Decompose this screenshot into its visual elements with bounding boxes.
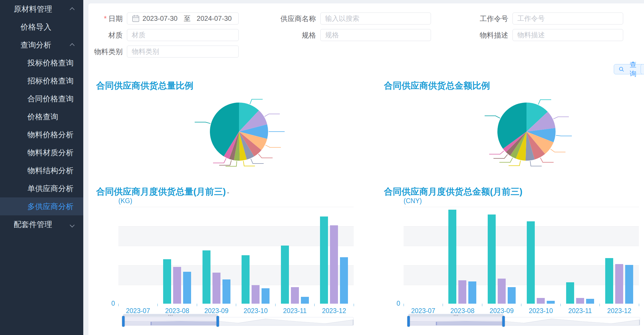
monthly-supply-volume-datazoom-handle-left[interactable]: [122, 316, 125, 327]
bar-s1-2023-11[interactable]: [291, 287, 299, 304]
material-desc-input[interactable]: 物料描述: [513, 29, 623, 41]
x-axis-tick: [354, 304, 354, 306]
bar-group-2023-10: [236, 207, 276, 304]
x-axis-label: 2023-08: [443, 307, 482, 315]
bar-s2-2023-11[interactable]: [301, 297, 309, 304]
supply-amount-ratio-pie-chart[interactable]: [447, 89, 606, 174]
bar-s0-2023-12[interactable]: [605, 258, 613, 304]
bar-s2-2023-12[interactable]: [340, 257, 348, 304]
material-texture-placeholder: 材质: [132, 30, 145, 40]
bar-group-2023-12: [315, 207, 354, 304]
bar-s2-2023-09[interactable]: [508, 287, 516, 304]
bar-s0-2023-08[interactable]: [448, 210, 456, 304]
bar-s2-2023-08[interactable]: [183, 272, 191, 304]
bar-s1-2023-12[interactable]: [330, 225, 338, 304]
sidebar-item-tender-price-query[interactable]: 招标价格查询: [0, 72, 83, 90]
monthly-supply-volume-datazoom-selection[interactable]: [123, 317, 218, 326]
material-texture-input[interactable]: 材质: [127, 29, 239, 41]
x-axis-label: 2023-12: [600, 307, 639, 315]
bar-s1-2023-12[interactable]: [615, 264, 623, 304]
sidebar-item-multi-supplier-analysis[interactable]: 多供应商分析: [0, 197, 83, 215]
bar-s0-2023-12[interactable]: [320, 216, 328, 304]
bar-s2-2023-11[interactable]: [586, 299, 594, 304]
bar-s0-2023-11[interactable]: [566, 282, 574, 304]
bar-group-2023-10: [521, 207, 561, 304]
bar-s0-2023-08[interactable]: [163, 259, 171, 304]
bar-s2-2023-10[interactable]: [547, 301, 555, 304]
bar-s1-2023-08[interactable]: [458, 280, 466, 304]
sidebar-item-single-supplier-analysis[interactable]: 单供应商分析: [0, 179, 83, 197]
monthly-supply-volume-datazoom-track[interactable]: [123, 317, 354, 326]
bar-s2-2023-12[interactable]: [625, 265, 633, 304]
sidebar-item-price-query[interactable]: 价格查询: [0, 108, 83, 126]
bar-group-2023-07: [404, 207, 443, 304]
x-axis-label: 2023-09: [482, 307, 521, 315]
x-axis-tick: [314, 304, 315, 306]
bar-s1-2023-11[interactable]: [576, 298, 584, 304]
x-axis-tick: [482, 304, 482, 306]
monthly-supply-amount-y-origin: 0: [389, 300, 400, 307]
clipped-button[interactable]: [641, 64, 644, 74]
bar-s2-2023-09[interactable]: [222, 279, 230, 304]
monthly-supply-amount-datazoom-selection[interactable]: [409, 317, 503, 326]
supplier-name-input[interactable]: 输入以搜索: [320, 13, 431, 24]
monthly-supply-volume-title: 合同供应商月度供货总量(月前三)-: [96, 186, 229, 198]
material-category-input[interactable]: 物料类别: [127, 46, 239, 58]
pie-label-line-0: [538, 100, 551, 105]
material-category-placeholder: 物料类别: [132, 47, 159, 56]
work-order-no-label: 工作令号: [417, 13, 508, 24]
date-label: *日期: [31, 13, 123, 24]
query-button-label: 查询: [627, 60, 639, 78]
sidebar-item-material-texture-analysis[interactable]: 物料材质分析: [0, 144, 83, 162]
x-axis-label: 2023-07: [404, 307, 443, 315]
monthly-supply-volume-datazoom-handle-right[interactable]: [216, 316, 219, 327]
x-axis-label: 2023-09: [197, 307, 236, 315]
pie-label-line-5: [530, 161, 542, 166]
bar-s0-2023-09[interactable]: [202, 250, 210, 304]
bar-s1-2023-09[interactable]: [498, 279, 506, 304]
sidebar-item-material-structure-analysis[interactable]: 物料结构分析: [0, 162, 83, 179]
monthly-supply-amount-datazoom-handle-right[interactable]: [502, 316, 505, 327]
sidebar-item-accessory-management[interactable]: 配套件管理: [0, 215, 83, 233]
supply-volume-ratio-pie-chart[interactable]: [159, 89, 319, 174]
pie-label-line-3: [266, 145, 281, 147]
x-axis-tick: [443, 304, 443, 306]
sidebar-item-label: 物料价格分析: [27, 130, 74, 140]
sidebar-item-label: 配套件管理: [14, 219, 52, 230]
material-texture-label: 材质: [31, 29, 123, 41]
x-axis-tick: [521, 304, 521, 306]
monthly-supply-amount-datazoom-move-handle[interactable]: [408, 314, 503, 317]
pie-label-line-10: [195, 122, 210, 124]
sidebar-item-label: 单供应商分析: [27, 183, 74, 194]
bar-s0-2023-11[interactable]: [281, 246, 289, 304]
monthly-supply-amount-datazoom-track[interactable]: [408, 317, 640, 326]
query-button[interactable]: 查询: [614, 64, 644, 74]
pie-label-line-9: [213, 158, 226, 163]
bar-s0-2023-10[interactable]: [527, 221, 535, 304]
sidebar-item-contract-price-query[interactable]: 合同价格查询: [0, 90, 83, 108]
pie-label-line-2: [556, 135, 572, 136]
bar-group-2023-11: [275, 207, 315, 304]
bar-s0-2023-09[interactable]: [488, 215, 496, 304]
bar-s1-2023-09[interactable]: [212, 273, 220, 304]
sidebar-item-label: 招标价格查询: [27, 76, 74, 86]
work-order-no-input[interactable]: 工作令号: [513, 13, 623, 24]
monthly-supply-volume-plot[interactable]: [118, 207, 354, 304]
monthly-supply-volume-datazoom-move-handle[interactable]: [123, 314, 218, 317]
date-input[interactable]: 2023-07-30至2024-07-30: [127, 13, 239, 24]
bar-s2-2023-08[interactable]: [468, 281, 476, 304]
bar-s1-2023-10[interactable]: [537, 298, 545, 304]
monthly-supply-amount-datazoom-handle-left[interactable]: [407, 316, 410, 327]
bar-s0-2023-10[interactable]: [242, 255, 250, 304]
bar-s2-2023-10[interactable]: [262, 288, 270, 304]
work-order-no-placeholder: 工作令号: [517, 14, 545, 23]
bar-s1-2023-08[interactable]: [173, 267, 181, 304]
sidebar-item-material-price-analysis[interactable]: 物料价格分析: [0, 126, 83, 144]
x-axis-tick: [118, 304, 119, 306]
bar-group-2023-11: [560, 207, 600, 304]
x-axis-label: 2023-10: [521, 307, 561, 315]
pie-label-line-4: [258, 154, 273, 158]
spec-input[interactable]: 规格: [320, 29, 431, 41]
monthly-supply-amount-plot[interactable]: [404, 207, 639, 304]
bar-s1-2023-10[interactable]: [252, 285, 260, 304]
